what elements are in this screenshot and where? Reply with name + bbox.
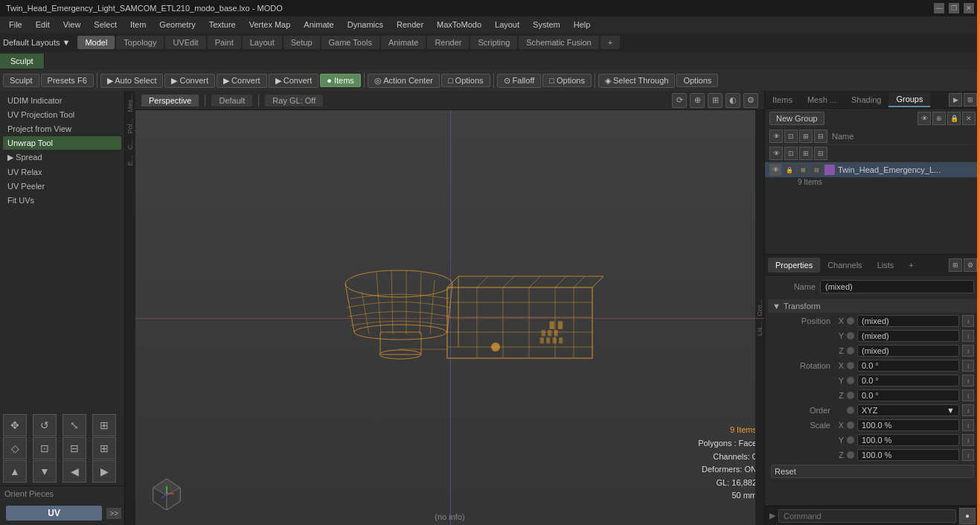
new-group-button[interactable]: New Group — [769, 112, 824, 125]
rot-z-dot[interactable] — [847, 392, 854, 399]
tool-icon-select4[interactable]: ⊞ — [92, 437, 116, 459]
order-arrow[interactable]: ↕ — [962, 404, 974, 416]
select-through-btn[interactable]: ◈ Select Through — [598, 74, 675, 88]
pos-x-arrow[interactable]: ↕ — [962, 315, 974, 327]
scale-z-arrow[interactable]: ↕ — [962, 449, 974, 461]
auto-select-btn[interactable]: ▶ Auto Select — [100, 74, 164, 88]
tool-icon-right[interactable]: ▶ — [92, 460, 116, 483]
layout-tab-+[interactable]: + — [601, 36, 620, 49]
pos-z-arrow[interactable]: ↕ — [962, 345, 974, 357]
right-tab-mesh[interactable]: Mesh ... — [800, 93, 844, 106]
options1-btn[interactable]: □ Options — [441, 74, 490, 87]
pos-z-dot[interactable] — [847, 347, 854, 354]
layout-tab-animate[interactable]: Animate — [381, 36, 426, 49]
scale-z-field[interactable]: 100.0 % — [857, 449, 959, 461]
falloff-btn[interactable]: ⊙ Falloff — [497, 74, 542, 88]
rb-tab-properties[interactable]: Properties — [768, 258, 820, 273]
tool-item-fit-uvs[interactable]: Fit UVs — [3, 194, 121, 207]
rot-z-arrow[interactable]: ↕ — [962, 389, 974, 401]
scale-x-field[interactable]: 100.0 % — [857, 419, 959, 431]
tool-item-project-from-view[interactable]: Project from View — [3, 122, 121, 136]
uv-button[interactable]: UV — [6, 506, 102, 521]
vp-ctrl-shading2[interactable]: ◐ — [726, 93, 740, 108]
menu-item-animate[interactable]: Animate — [298, 19, 339, 31]
tool-icon-move[interactable]: ✥ — [3, 414, 27, 436]
rot-x-arrow[interactable]: ↕ — [962, 360, 974, 372]
grp2-icon1[interactable]: 👁 — [769, 147, 783, 160]
menu-item-texture[interactable]: Texture — [203, 19, 242, 31]
grp2-icon2[interactable]: ⊡ — [784, 147, 798, 160]
items-btn[interactable]: ● Items — [320, 74, 361, 87]
layout-tab-paint[interactable]: Paint — [208, 36, 241, 49]
menu-item-select[interactable]: Select — [88, 19, 123, 31]
rb-settings-btn[interactable]: ⚙ — [964, 258, 977, 272]
group-lock-btn[interactable]: 🔒 — [947, 112, 961, 125]
tab-arrow-icon[interactable]: ▶ — [949, 93, 962, 106]
menu-item-render[interactable]: Render — [391, 19, 429, 31]
tab-expand-icon[interactable]: ⊞ — [964, 93, 977, 106]
menu-item-item[interactable]: Item — [124, 19, 152, 31]
tool-icon-select3[interactable]: ⊟ — [63, 437, 86, 459]
layout-tab-game-tools[interactable]: Game Tools — [321, 36, 380, 49]
grp-icon1[interactable]: 👁 — [769, 130, 783, 143]
group-sel-icon[interactable]: ⊟ — [811, 165, 822, 175]
group-eye-btn[interactable]: 👁 — [917, 112, 931, 125]
convert3-btn[interactable]: ▶ Convert — [269, 74, 319, 88]
tool-item--spread[interactable]: ▶ Spread — [3, 150, 121, 165]
group-lock-icon[interactable]: 🔒 — [784, 165, 795, 175]
tool-icon-down[interactable]: ▼ — [33, 460, 57, 483]
tool-item-uv-relax[interactable]: UV Relax — [3, 165, 121, 179]
rb-tab-add[interactable]: + — [901, 258, 920, 273]
menu-item-help[interactable]: Help — [568, 19, 597, 31]
presets-btn[interactable]: Presets F6 — [41, 74, 94, 87]
reset-button-row[interactable]: Reset — [771, 465, 974, 478]
tool-icon-left[interactable]: ◀ — [63, 460, 86, 483]
menu-item-system[interactable]: System — [527, 19, 566, 31]
layout-tab-layout[interactable]: Layout — [243, 36, 282, 49]
viewport-tab-shading[interactable]: Default — [211, 95, 252, 106]
vp-ctrl-settings[interactable]: ⚙ — [743, 93, 758, 108]
pos-x-field[interactable]: (mixed) — [857, 315, 959, 327]
tool-item-unwrap-tool[interactable]: Unwrap Tool — [3, 136, 121, 150]
convert1-btn[interactable]: ▶ Convert — [164, 74, 215, 88]
group-vis-icon[interactable]: ⊞ — [798, 165, 808, 175]
pos-x-dot[interactable] — [847, 317, 854, 325]
tool-item-udim-indicator[interactable]: UDIM Indicator — [3, 94, 121, 107]
menu-item-layout[interactable]: Layout — [489, 19, 525, 31]
pos-z-field[interactable]: (mixed) — [857, 345, 959, 357]
expand-button[interactable]: >> — [106, 508, 121, 519]
viewport-tab-raygl[interactable]: Ray GL: Off — [265, 95, 323, 106]
command-run-button[interactable]: ● — [959, 508, 976, 524]
rot-x-dot[interactable] — [847, 362, 854, 369]
order-select[interactable]: XYZ ▼ — [857, 404, 959, 416]
rot-y-dot[interactable] — [847, 377, 854, 384]
group-eye-icon[interactable]: 👁 — [769, 164, 781, 176]
tool-item-uv-projection-tool[interactable]: UV Projection Tool — [3, 108, 121, 121]
scale-y-dot[interactable] — [847, 436, 854, 444]
layout-tab-setup[interactable]: Setup — [284, 36, 320, 49]
layout-tab-model[interactable]: Model — [77, 36, 115, 49]
layout-default-dropdown[interactable]: Default Layouts ▼ — [3, 38, 70, 47]
menu-item-geometry[interactable]: Geometry — [153, 19, 201, 31]
menu-item-maxtomodo[interactable]: MaxToModo — [431, 19, 487, 31]
rot-y-arrow[interactable]: ↕ — [962, 375, 974, 386]
name-value-field[interactable]: (mixed) — [820, 280, 974, 293]
minimize-button[interactable]: — — [934, 3, 944, 13]
rot-z-field[interactable]: 0.0 ° — [857, 389, 959, 401]
layout-tab-render[interactable]: Render — [427, 36, 469, 49]
sculpt-btn[interactable]: Sculpt — [3, 74, 39, 87]
options3-btn[interactable]: Options — [676, 74, 718, 87]
rb-tab-channels[interactable]: Channels — [820, 258, 869, 273]
grp-icon4[interactable]: ⊟ — [814, 130, 827, 143]
scale-y-field[interactable]: 100.0 % — [857, 434, 959, 446]
options2-btn[interactable]: □ Options — [542, 74, 592, 87]
group-row-twin[interactable]: 👁 🔒 ⊞ ⊟ Twin_Head_Emergency_L... — [765, 162, 980, 177]
menu-item-vertex map[interactable]: Vertex Map — [243, 19, 297, 31]
scale-x-arrow[interactable]: ↕ — [962, 419, 974, 431]
layout-tab-scripting[interactable]: Scripting — [470, 36, 517, 49]
group-delete-btn[interactable]: ✕ — [962, 112, 976, 125]
right-tab-groups[interactable]: Groups — [888, 92, 930, 107]
rot-x-field[interactable]: 0.0 ° — [857, 360, 959, 372]
grp-icon3[interactable]: ⊞ — [799, 130, 813, 143]
transform-section[interactable]: ▼ Transform — [768, 299, 977, 313]
